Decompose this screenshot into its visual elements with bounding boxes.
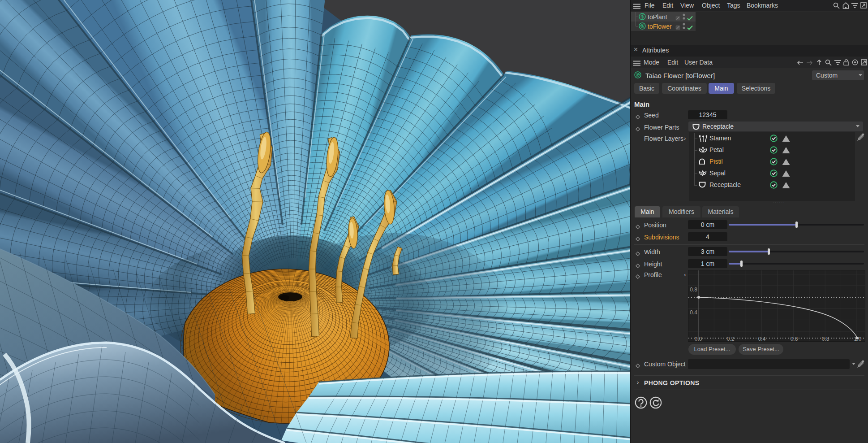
- svg-text:0.4: 0.4: [758, 336, 766, 342]
- svg-text:0.6: 0.6: [791, 336, 798, 342]
- svg-text:0.8: 0.8: [822, 336, 829, 342]
- svg-text:0.4: 0.4: [690, 309, 697, 316]
- svg-text:0.0: 0.0: [695, 336, 702, 342]
- svg-text:0.2: 0.2: [727, 336, 735, 342]
- svg-text:0.8: 0.8: [690, 287, 697, 293]
